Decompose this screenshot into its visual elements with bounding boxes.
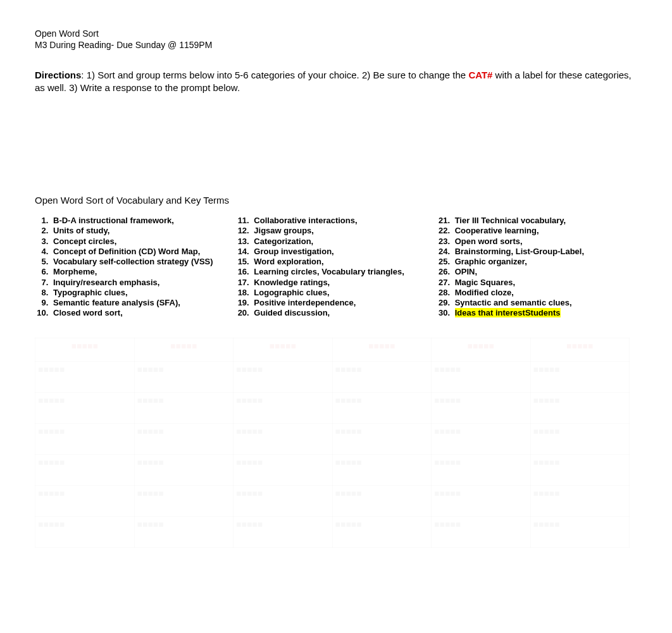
- term-item: Brainstorming, List-Group-Label,: [452, 247, 637, 257]
- assignment-title: Open Word Sort: [35, 28, 637, 39]
- term-item: Word exploration,: [251, 257, 436, 267]
- term-item: Cooperative learning,: [452, 226, 637, 236]
- category-cell[interactable]: ■■■■■: [134, 423, 233, 454]
- category-cell[interactable]: ■■■■■: [134, 516, 233, 547]
- term-item: Morpheme,: [51, 267, 235, 277]
- term-item: Jigsaw groups,: [251, 226, 436, 236]
- term-item: Concept of Definition (CD) Word Map,: [51, 247, 235, 257]
- category-cell[interactable]: ■■■■■: [35, 485, 135, 516]
- category-cell[interactable]: ■■■■■: [35, 392, 135, 423]
- category-cell[interactable]: ■■■■■: [530, 454, 630, 485]
- category-cell[interactable]: ■■■■■: [530, 516, 630, 547]
- term-item: Typographic clues,: [51, 288, 235, 298]
- term-item: OPIN,: [452, 267, 637, 277]
- term-item: Knowledge ratings,: [251, 278, 436, 288]
- directions-label: Directions: [35, 70, 81, 80]
- category-cell[interactable]: ■■■■■: [432, 423, 531, 454]
- category-cell[interactable]: ■■■■■: [233, 454, 333, 485]
- category-cell[interactable]: ■■■■■: [134, 485, 233, 516]
- category-cell[interactable]: ■■■■■: [530, 423, 630, 454]
- term-item: Units of study,: [51, 226, 235, 236]
- cat-placeholder: CAT#: [468, 70, 492, 80]
- category-cell[interactable]: ■■■■■: [332, 361, 432, 392]
- category-header[interactable]: ■■■■■: [432, 338, 531, 361]
- term-item: Positive interdependence,: [251, 298, 436, 308]
- category-cell[interactable]: ■■■■■: [35, 361, 135, 392]
- category-cell[interactable]: ■■■■■: [233, 361, 333, 392]
- term-item: Modified cloze,: [452, 288, 637, 298]
- term-item: Categorization,: [251, 237, 436, 247]
- term-item: Collaborative interactions,: [251, 216, 436, 226]
- term-item: Graphic organizer,: [452, 257, 637, 267]
- assignment-due: M3 During Reading- Due Sunday @ 1159PM: [35, 40, 637, 50]
- category-cell[interactable]: ■■■■■: [432, 485, 531, 516]
- terms-column-3: Tier III Technical vocabulary,Cooperativ…: [437, 216, 637, 319]
- category-cell[interactable]: ■■■■■: [35, 454, 135, 485]
- category-cell[interactable]: ■■■■■: [530, 485, 630, 516]
- directions-text-1: : 1) Sort and group terms below into 5-6…: [81, 70, 468, 80]
- category-header[interactable]: ■■■■■: [530, 338, 630, 361]
- term-item: Inquiry/research emphasis,: [51, 278, 235, 288]
- term-item: Logographic clues,: [251, 288, 436, 298]
- category-cell[interactable]: ■■■■■: [530, 392, 630, 423]
- category-cell[interactable]: ■■■■■: [35, 423, 135, 454]
- term-item: Open word sorts,: [452, 237, 637, 247]
- document-page: Open Word Sort M3 During Reading- Due Su…: [0, 0, 672, 576]
- category-cell[interactable]: ■■■■■: [233, 423, 333, 454]
- terms-column-1: B-D-A instructional framework,Units of s…: [35, 216, 235, 319]
- category-cell[interactable]: ■■■■■: [233, 392, 333, 423]
- term-item: B-D-A instructional framework,: [51, 216, 235, 226]
- category-cell[interactable]: ■■■■■: [134, 454, 233, 485]
- category-cell[interactable]: ■■■■■: [332, 392, 432, 423]
- category-cell[interactable]: ■■■■■: [432, 516, 531, 547]
- highlighted-term: Ideas that interestStudents: [455, 308, 561, 317]
- term-item: Ideas that interestStudents: [452, 308, 637, 318]
- category-header[interactable]: ■■■■■: [134, 338, 233, 361]
- category-cell[interactable]: ■■■■■: [432, 361, 531, 392]
- category-header[interactable]: ■■■■■: [332, 338, 432, 361]
- term-item: Concept circles,: [51, 237, 235, 247]
- category-cell[interactable]: ■■■■■: [332, 423, 432, 454]
- category-cell[interactable]: ■■■■■: [35, 516, 135, 547]
- term-item: Closed word sort,: [51, 308, 235, 318]
- category-cell[interactable]: ■■■■■: [332, 485, 432, 516]
- category-cell[interactable]: ■■■■■: [134, 392, 233, 423]
- category-cell[interactable]: ■■■■■: [432, 454, 531, 485]
- terms-column-2: Collaborative interactions,Jigsaw groups…: [235, 216, 436, 319]
- category-cell[interactable]: ■■■■■: [233, 485, 333, 516]
- category-header[interactable]: ■■■■■: [233, 338, 333, 361]
- term-item: Magic Squares,: [452, 278, 637, 288]
- category-table: ■■■■■■■■■■■■■■■■■■■■■■■■■■■■■■ ■■■■■■■■■…: [35, 338, 630, 548]
- term-item: Guided discussion,: [251, 308, 436, 318]
- term-item: Group investigation,: [251, 247, 436, 257]
- term-item: Tier III Technical vocabulary,: [452, 216, 637, 226]
- category-cell[interactable]: ■■■■■: [530, 361, 630, 392]
- category-cell[interactable]: ■■■■■: [233, 516, 333, 547]
- category-header[interactable]: ■■■■■: [35, 338, 135, 361]
- category-cell[interactable]: ■■■■■: [332, 516, 432, 547]
- category-cell[interactable]: ■■■■■: [432, 392, 531, 423]
- category-cell[interactable]: ■■■■■: [134, 361, 233, 392]
- term-item: Syntactic and semantic clues,: [452, 298, 637, 308]
- header: Open Word Sort M3 During Reading- Due Su…: [35, 28, 637, 50]
- term-item: Semantic feature analysis (SFA),: [51, 298, 235, 308]
- section-subtitle: Open Word Sort of Vocabulary and Key Ter…: [35, 195, 637, 206]
- directions-block: Directions: 1) Sort and group terms belo…: [35, 69, 637, 94]
- term-item: Vocabulary self-collection strategy (VSS…: [51, 257, 235, 267]
- term-item: Learning circles, Vocabulary triangles,: [251, 267, 436, 277]
- category-cell[interactable]: ■■■■■: [332, 454, 432, 485]
- terms-columns: B-D-A instructional framework,Units of s…: [35, 216, 637, 319]
